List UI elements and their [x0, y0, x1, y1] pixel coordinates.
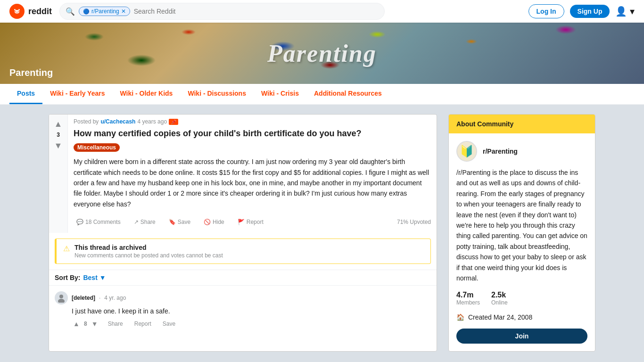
nav-tabs: Posts Wiki - Early Years Wiki - Older Ki… [0, 84, 644, 105]
post-flair[interactable]: Miscellaneous [74, 143, 120, 152]
hide-icon: 🚫 [204, 219, 211, 225]
archive-icon: ⚠ [63, 244, 70, 253]
comment-downvote-button[interactable]: ▼ [90, 319, 99, 329]
community-created: 🏠 Created Mar 24, 2008 [456, 313, 587, 321]
search-bar[interactable]: 🔍 🔵 r/Parenting ✕ [59, 3, 385, 20]
comment-report-button[interactable]: Report [132, 319, 154, 329]
comment-username[interactable]: [deleted] [72, 295, 95, 301]
post-body: My children were born in a different sta… [74, 156, 431, 209]
sidebar: About Community 🔰 r/Parenting /r/Parenti… [448, 114, 595, 352]
hide-button[interactable]: 🚫 Hide [201, 217, 227, 227]
tab-wiki-discussions[interactable]: Wiki - Discussions [180, 84, 254, 104]
post-time: 4 years ago [137, 118, 167, 125]
header-actions: Log In Sign Up 👤 ▾ [528, 4, 635, 18]
signup-button[interactable]: Sign Up [570, 5, 610, 18]
archived-subtitle: New comments cannot be posted and votes … [74, 252, 223, 259]
tab-wiki-crisis[interactable]: Wiki - Crisis [254, 84, 306, 104]
comment-body: I just have one. I keep it in a safe. [72, 307, 431, 315]
about-community-body: 🔰 r/Parenting /r/Parenting is the place … [449, 133, 595, 351]
online-value: 2.5k [491, 291, 508, 299]
vote-column: ▲ 3 ▼ [49, 115, 68, 233]
report-button[interactable]: 🚩 Report [235, 217, 266, 227]
post-title: How many certified copies of your child'… [74, 128, 431, 140]
about-community-card: About Community 🔰 r/Parenting /r/Parenti… [448, 114, 595, 352]
post-username[interactable]: u/Cachecash [100, 118, 135, 125]
upvote-button[interactable]: ▲ [53, 118, 64, 130]
downvote-button[interactable]: ▼ [53, 140, 64, 151]
banner-title: Parenting [267, 40, 377, 67]
online-label: Online [491, 299, 508, 306]
save-button[interactable]: 🔖 Save [166, 217, 193, 227]
community-stats: 4.7m Members 2.5k Online [456, 291, 587, 306]
comments-count: 18 Comments [85, 219, 121, 225]
cake-icon: 🏠 [456, 313, 464, 321]
main-content: ▲ 3 ▼ Posted by u/Cachecash 4 years ago … [39, 105, 605, 361]
report-icon: 🚩 [238, 219, 245, 225]
subreddit-banner: Parenting Parenting [0, 23, 644, 84]
community-description: /r/Parenting is the place to discuss the… [456, 167, 587, 283]
post-meta: Posted by u/Cachecash 4 years ago 📌 [74, 118, 431, 125]
login-button[interactable]: Log In [528, 4, 564, 18]
vote-count: 3 [57, 132, 60, 138]
banner-subreddit-label: Parenting [9, 67, 53, 78]
share-label: Share [140, 219, 156, 225]
archived-content: This thread is archived New comments can… [74, 244, 223, 259]
sort-label: Sort By: [55, 274, 80, 281]
hide-label: Hide [213, 219, 224, 225]
members-stat: 4.7m Members [456, 291, 480, 306]
members-value: 4.7m [456, 291, 480, 299]
about-community-header: About Community [449, 115, 595, 133]
community-info: 🔰 r/Parenting [456, 141, 587, 162]
search-input[interactable] [134, 8, 379, 15]
search-icon: 🔍 [66, 7, 75, 16]
sort-bar: Sort By: Best ▼ [49, 270, 437, 285]
site-header: reddit 🔍 🔵 r/Parenting ✕ Log In Sign Up … [0, 0, 644, 23]
created-date: Created Mar 24, 2008 [468, 313, 532, 321]
comment-share-button[interactable]: Share [105, 319, 126, 329]
post-meta-prefix: Posted by [74, 118, 99, 125]
comment-vote-count: 8 [84, 321, 87, 327]
reddit-wordmark: reddit [28, 7, 52, 16]
comment-save-button[interactable]: Save [160, 319, 178, 329]
archived-banner: ⚠ This thread is archived New comments c… [55, 239, 431, 264]
comment-upvote-button[interactable]: ▲ [72, 319, 81, 329]
join-button[interactable]: Join [456, 329, 587, 344]
tab-wiki-early-years[interactable]: Wiki - Early Years [42, 84, 112, 104]
svg-point-2 [16, 11, 17, 12]
save-label: Save [178, 219, 190, 225]
members-label: Members [456, 299, 480, 306]
community-name[interactable]: r/Parenting [483, 148, 518, 155]
tab-additional-resources[interactable]: Additional Resources [306, 84, 389, 104]
sort-value: Best [83, 274, 97, 281]
user-menu-icon[interactable]: 👤 ▾ [615, 6, 635, 17]
post-actions: 💬 18 Comments ↗ Share 🔖 Save 🚫 Hide [74, 215, 431, 229]
comment-icon: 💬 [76, 219, 83, 225]
online-stat: 2.5k Online [491, 291, 508, 306]
archived-title: This thread is archived [74, 244, 223, 251]
tab-wiki-older-kids[interactable]: Wiki - Older Kids [112, 84, 180, 104]
search-tag[interactable]: 🔵 r/Parenting ✕ [79, 7, 130, 16]
search-tag-icon: 🔵 [83, 8, 90, 15]
svg-point-3 [18, 11, 19, 12]
comment-avatar [55, 291, 68, 304]
tab-posts[interactable]: Posts [9, 84, 42, 104]
svg-point-7 [58, 299, 65, 303]
share-icon: ↗ [134, 219, 139, 225]
comment-vote: ▲ 8 ▼ [72, 319, 99, 329]
comment-timestamp: 4 yr. ago [104, 295, 126, 301]
comments-button[interactable]: 💬 18 Comments [74, 217, 124, 227]
comment-header: [deleted] · 4 yr. ago [55, 291, 431, 304]
sort-chevron-icon: ▼ [99, 274, 106, 281]
post-content: Posted by u/Cachecash 4 years ago 📌 How … [68, 115, 437, 233]
report-label: Report [247, 219, 264, 225]
share-button[interactable]: ↗ Share [131, 217, 158, 227]
post-inner: ▲ 3 ▼ Posted by u/Cachecash 4 years ago … [49, 115, 437, 233]
svg-point-6 [59, 295, 63, 298]
community-avatar: 🔰 [456, 141, 477, 162]
comment: [deleted] · 4 yr. ago I just have one. I… [49, 285, 437, 335]
search-tag-close[interactable]: ✕ [121, 8, 126, 15]
reddit-logo[interactable]: reddit [9, 4, 52, 19]
comment-time: · [99, 295, 100, 301]
sort-dropdown[interactable]: Best ▼ [83, 274, 106, 281]
post-container: ▲ 3 ▼ Posted by u/Cachecash 4 years ago … [49, 114, 437, 352]
